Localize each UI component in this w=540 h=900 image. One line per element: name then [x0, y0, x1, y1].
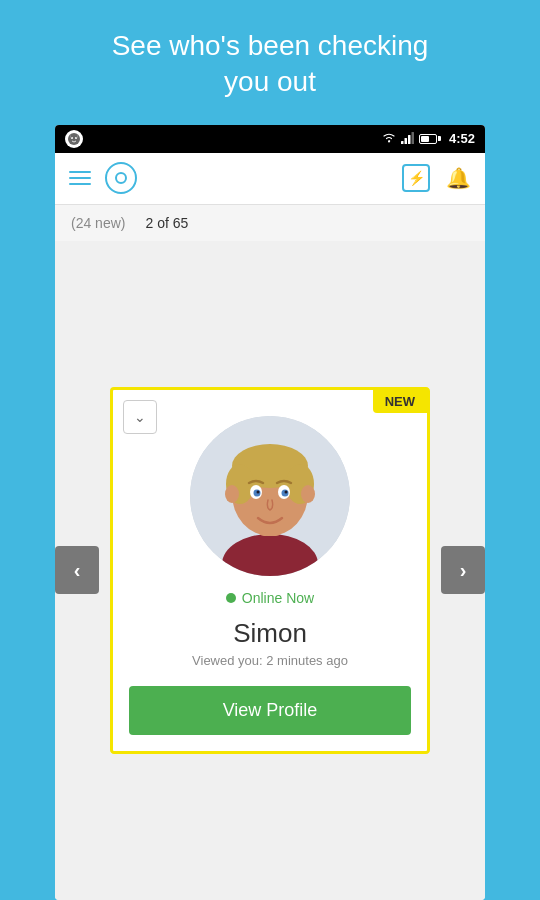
profile-name: Simon: [233, 618, 307, 649]
dropdown-button[interactable]: ⌄: [123, 400, 157, 434]
online-dot: [226, 593, 236, 603]
svg-point-22: [301, 485, 315, 503]
status-bar-right: 4:52: [381, 130, 475, 148]
dropdown-arrow-icon: ⌄: [134, 409, 146, 425]
status-bar-left: [65, 130, 83, 148]
svg-point-3: [388, 141, 390, 143]
svg-point-19: [257, 490, 260, 493]
new-badge: NEW: [373, 390, 427, 413]
next-arrow-icon: ›: [460, 559, 467, 582]
phone-frame: 4:52 ⚡ 🔔 (24 new) 2 of 65 ‹: [55, 125, 485, 900]
avatar: [190, 416, 350, 576]
svg-rect-5: [404, 138, 407, 144]
svg-rect-4: [401, 141, 404, 144]
cat-icon: [65, 130, 83, 148]
svg-point-0: [68, 133, 80, 145]
notifications-button[interactable]: 🔔: [446, 166, 471, 190]
wifi-icon: [381, 131, 397, 146]
page-count-label: 2 of 65: [145, 215, 188, 231]
status-time: 4:52: [449, 131, 475, 146]
svg-point-2: [75, 137, 77, 139]
next-button[interactable]: ›: [441, 546, 485, 594]
logo-inner-circle: [115, 172, 127, 184]
signal-icon: [401, 130, 415, 148]
svg-point-21: [225, 485, 239, 503]
svg-point-20: [285, 490, 288, 493]
app-bar: ⚡ 🔔: [55, 153, 485, 205]
svg-rect-7: [411, 132, 414, 144]
viewed-text: Viewed you: 2 minutes ago: [192, 653, 348, 668]
profile-card: NEW ⌄: [110, 387, 430, 754]
headline-line1: See who's been checking: [112, 30, 429, 61]
online-text: Online Now: [242, 590, 314, 606]
headline-line2: you out: [224, 66, 316, 97]
boost-button[interactable]: ⚡: [402, 164, 430, 192]
status-bar: 4:52: [55, 125, 485, 153]
app-bar-left: [69, 162, 137, 194]
sub-header: (24 new) 2 of 65: [55, 205, 485, 241]
online-status: Online Now: [226, 590, 314, 606]
zap-symbol: ⚡: [408, 170, 425, 186]
prev-button[interactable]: ‹: [55, 546, 99, 594]
main-content: ‹ NEW ⌄: [55, 241, 485, 900]
svg-point-1: [71, 137, 73, 139]
new-count-label: (24 new): [71, 215, 125, 231]
view-profile-button[interactable]: View Profile: [129, 686, 411, 735]
headline: See who's been checking you out: [72, 0, 469, 125]
battery-icon: [419, 134, 441, 144]
app-bar-right: ⚡ 🔔: [402, 164, 471, 192]
app-logo[interactable]: [105, 162, 137, 194]
prev-arrow-icon: ‹: [74, 559, 81, 582]
hamburger-button[interactable]: [69, 171, 91, 185]
svg-rect-6: [408, 135, 411, 144]
